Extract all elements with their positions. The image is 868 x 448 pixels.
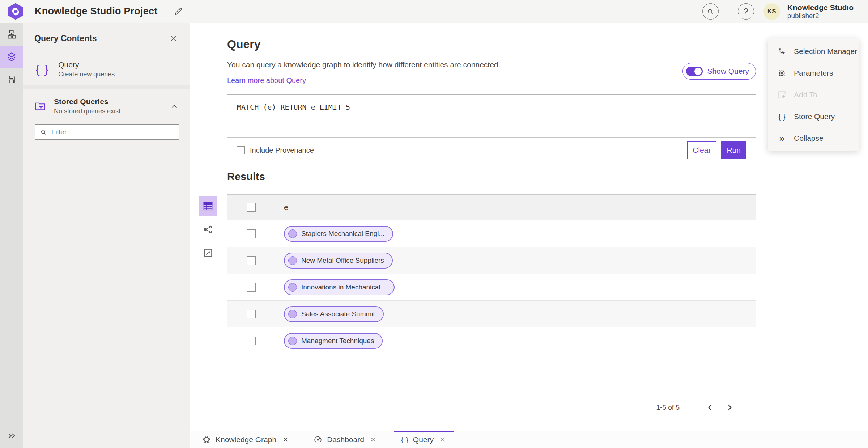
rail-item-contents[interactable] [0,46,23,68]
tab-label: Dashboard [327,435,364,444]
header-checkbox-cell [227,195,275,220]
menu-item-collapse[interactable]: » Collapse [768,127,859,149]
layers-icon [7,52,17,62]
search-button[interactable] [702,3,719,20]
entity-label: Staplers Mechanical Engi... [301,230,384,238]
menu-item-add-to: Add To [768,84,859,106]
tab-label: Knowledge Graph [216,435,276,444]
tab-label: Query [413,435,434,444]
rail-item-save[interactable] [0,68,23,90]
show-query-toggle[interactable]: Show Query [682,63,756,80]
section-divider [23,85,190,89]
edit-title-button[interactable] [172,5,185,18]
row-checkbox[interactable] [247,256,256,265]
query-editor-footer: Include Provenance Clear Run [227,138,756,163]
stored-queries-section[interactable]: Stored Queries No stored queries exist [23,89,190,118]
query-input[interactable]: MATCH (e) RETURN e LIMIT 5 [227,95,756,138]
menu-item-parameters[interactable]: Parameters [768,62,859,84]
collapse-section-button[interactable] [169,101,180,112]
menu-item-selection-manager[interactable]: Selection Manager [768,41,859,62]
run-button[interactable]: Run [721,141,746,159]
menu-item-store-query[interactable]: { } Store Query [768,106,859,127]
search-icon [706,8,714,16]
share-nodes-icon [203,224,213,234]
row-checkbox[interactable] [247,337,256,345]
gear-icon [776,68,787,78]
entity-pill[interactable]: Innovations in Mechanical... [284,279,395,295]
entity-label: Innovations in Mechanical... [301,283,386,291]
panel-close-button[interactable] [167,32,180,45]
entity-pill[interactable]: New Metal Office Suppliers [284,253,393,269]
braces-icon: { } [776,112,787,121]
app-window: Knowledge Studio Project ? KS Knowledge … [0,0,868,448]
table-empty-space [227,354,756,397]
filter-input[interactable] [51,128,174,136]
row-checkbox[interactable] [247,310,256,318]
table-header-row: e [227,195,756,220]
query-tools-menu: Selection Manager Parameters Add To { } [768,38,859,151]
table-row: Sales Associate Summit [227,301,756,327]
menu-label: Selection Manager [794,47,857,56]
query-item-title: Query [58,60,115,69]
clear-button[interactable]: Clear [687,141,716,159]
table-view-button[interactable] [199,196,217,216]
column-header-e: e [275,195,756,220]
user-name: Knowledge Studio [787,3,854,12]
sidebar-item-query[interactable]: { } Query Create new queries [23,54,190,85]
previous-page-button[interactable] [703,400,717,415]
gauge-icon [313,435,323,444]
close-tab-button[interactable] [281,436,289,444]
tab-query[interactable]: { } Query [394,431,454,448]
expand-rail-button[interactable] [0,428,23,443]
next-page-button[interactable] [722,400,737,415]
close-icon [440,437,446,442]
avatar[interactable]: KS [763,3,780,20]
entity-dot-icon [288,283,297,292]
chevron-up-icon [171,104,178,109]
include-provenance-checkbox[interactable] [237,146,245,154]
toggle-track[interactable] [686,67,703,76]
table-view-icon [203,201,213,212]
map-view-button[interactable] [199,243,217,262]
table-row: New Metal Office Suppliers [227,247,756,274]
results-title: Results [227,171,265,183]
query-item-text: Query Create new queries [58,60,115,78]
add-to-icon [776,90,787,100]
close-tab-button[interactable] [369,436,377,444]
query-buttons: Clear Run [687,141,746,159]
link-chart-view-button[interactable] [199,220,217,239]
rail-item-data-model[interactable] [0,23,23,46]
entity-dot-icon [288,310,297,318]
app-header: Knowledge Studio Project ? KS Knowledge … [0,0,868,23]
include-provenance-label: Include Provenance [250,146,314,155]
menu-label: Parameters [794,69,833,77]
close-tab-button[interactable] [439,436,447,444]
stored-queries-subtitle: No stored queries exist [54,107,120,115]
toggle-knob [694,67,702,75]
entity-pill[interactable]: Sales Associate Summit [284,306,384,322]
main-content: Query You can query a knowledge graph to… [190,23,868,431]
stored-queries-title: Stored Queries [54,97,120,106]
select-all-checkbox[interactable] [247,203,256,212]
entity-label: New Metal Office Suppliers [301,257,384,265]
graph-icon [202,435,211,444]
pencil-icon [174,7,183,16]
entity-label: Sales Associate Summit [301,310,375,318]
panel-title: Query Contents [34,34,97,43]
help-button[interactable]: ? [738,3,754,20]
tab-dashboard[interactable]: Dashboard [306,431,384,448]
stored-queries-folder-icon [34,101,46,112]
menu-label: Add To [794,90,817,99]
row-checkbox[interactable] [247,229,256,238]
help-icon: ? [744,7,748,17]
entity-pill[interactable]: Managment Techniques [284,333,383,349]
hierarchy-icon [7,29,17,39]
selection-manager-icon [776,47,787,56]
learn-more-link[interactable]: Learn more about Query [227,76,306,85]
table-row: Managment Techniques [227,327,756,354]
tab-knowledge-graph[interactable]: Knowledge Graph [195,431,297,448]
entity-pill[interactable]: Staplers Mechanical Engi... [284,226,393,242]
user-role: publisher2 [787,12,854,20]
left-icon-rail [0,23,23,448]
row-checkbox[interactable] [247,283,256,292]
